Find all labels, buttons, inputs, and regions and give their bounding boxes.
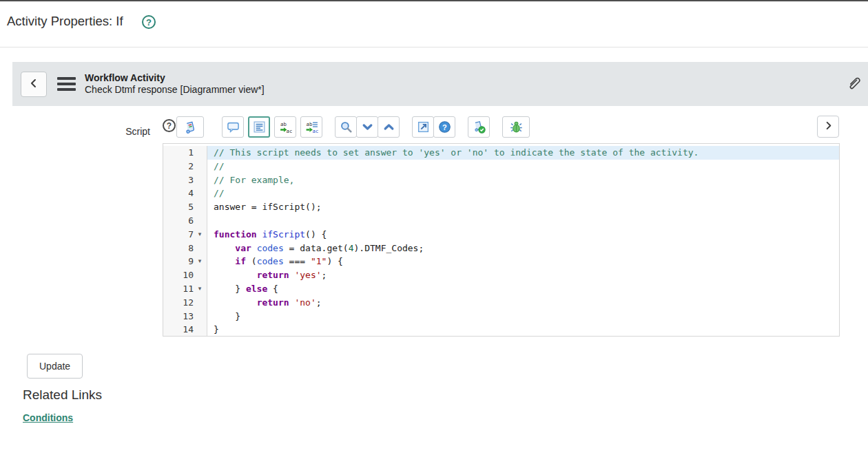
record-context-bar: Workflow Activity Check Dtmf response [D… <box>12 62 868 106</box>
code-text: function ifScript() { <box>207 228 839 242</box>
line-number: 1 <box>163 146 194 160</box>
toolbar-group <box>176 116 204 138</box>
line-gutter: 2 <box>163 160 207 173</box>
toolbar-group <box>502 116 530 138</box>
back-chevron-icon <box>28 78 39 91</box>
back-button[interactable] <box>21 72 47 97</box>
line-number: 10 <box>163 268 194 282</box>
code-line: 7▾function ifScript() { <box>163 228 839 242</box>
code-text: var codes = data.get(4).DTMF_Codes; <box>207 242 839 255</box>
line-number: 9 <box>163 255 194 268</box>
line-number: 3 <box>163 173 194 187</box>
line-gutter: 6 <box>163 214 207 228</box>
code-text: return 'no'; <box>207 296 839 310</box>
script-color-icon <box>184 120 197 134</box>
code-line: 6 <box>163 214 839 228</box>
line-gutter: 3 <box>163 173 207 187</box>
line-number: 6 <box>163 214 194 228</box>
code-line: 14} <box>163 323 839 337</box>
replace-icon: abac <box>279 120 292 134</box>
line-gutter: 1 <box>163 146 207 160</box>
line-gutter: 5 <box>163 200 207 214</box>
line-gutter: 8 <box>163 242 207 255</box>
pop-out-icon <box>417 120 430 134</box>
activity-properties-page: Activity Properties: If ? Workflow Activ… <box>0 0 868 468</box>
debug-button[interactable] <box>502 116 530 138</box>
hamburger-menu-icon[interactable] <box>57 77 76 91</box>
code-line: 1// This script needs to set answer to '… <box>163 146 839 160</box>
find-previous-button[interactable] <box>378 116 400 138</box>
line-gutter: 13 <box>163 310 207 323</box>
code-text: // <box>207 160 839 173</box>
line-gutter: 11▾ <box>163 282 207 296</box>
toolbar-expand-button[interactable] <box>817 116 839 138</box>
attachments-button[interactable] <box>845 73 862 96</box>
line-number: 7 <box>163 228 194 242</box>
svg-text:ab: ab <box>306 120 312 127</box>
line-gutter: 14 <box>163 323 207 337</box>
svg-text:ac: ac <box>312 127 318 133</box>
line-number: 14 <box>163 323 194 337</box>
update-button[interactable]: Update <box>27 354 83 379</box>
toggle-comment-button[interactable] <box>222 116 244 138</box>
line-gutter: 12 <box>163 296 207 310</box>
code-text: } else { <box>207 282 839 296</box>
pop-out-editor-button[interactable] <box>412 116 434 138</box>
code-text: answer = ifScript(); <box>207 200 839 214</box>
find-next-button[interactable] <box>356 116 378 138</box>
script-editor-toolbar: abacabac? <box>176 116 542 138</box>
svg-text:ab: ab <box>280 120 287 127</box>
search-button[interactable] <box>335 116 357 138</box>
record-type: Workflow Activity <box>85 72 265 84</box>
replace-all-button[interactable]: abac <box>300 116 322 138</box>
chevron-down-icon <box>361 120 374 134</box>
toolbar-group: abacabac <box>222 116 322 138</box>
code-text <box>207 214 839 228</box>
line-number: 8 <box>163 242 194 255</box>
toolbar-group <box>335 116 400 138</box>
editor-help-button[interactable]: ? <box>433 116 455 138</box>
code-line: 2// <box>163 160 839 173</box>
code-line: 13 } <box>163 310 839 323</box>
code-line: 3// For example, <box>163 173 839 187</box>
script-code-editor[interactable]: 1// This script needs to set answer to '… <box>163 143 840 337</box>
replace-button[interactable]: abac <box>274 116 296 138</box>
bug-icon <box>510 120 523 134</box>
toolbar-group: ? <box>412 116 455 138</box>
related-link-conditions[interactable]: Conditions <box>23 412 73 423</box>
header-divider <box>0 47 868 47</box>
code-text: return 'yes'; <box>207 268 839 282</box>
record-name: Check Dtmf response [Diagrammer view*] <box>85 84 265 96</box>
syntax-check-button[interactable] <box>468 116 490 138</box>
line-gutter: 10 <box>163 268 207 282</box>
format-code-button[interactable] <box>248 116 270 138</box>
fold-toggle-icon[interactable]: ▾ <box>194 255 206 268</box>
help-filled-icon: ? <box>438 120 451 134</box>
comment-icon <box>227 120 240 134</box>
script-preview-button[interactable] <box>176 116 204 138</box>
line-gutter: 9▾ <box>163 255 207 268</box>
code-text: } <box>207 323 839 337</box>
fold-toggle-icon[interactable]: ▾ <box>194 228 206 242</box>
script-help-icon[interactable]: ? <box>163 119 176 132</box>
chevron-right-icon <box>823 120 834 133</box>
code-line: 8 var codes = data.get(4).DTMF_Codes; <box>163 242 839 255</box>
line-gutter: 4 <box>163 187 207 200</box>
fold-toggle-icon[interactable]: ▾ <box>194 282 206 296</box>
line-number: 13 <box>163 310 194 323</box>
svg-text:?: ? <box>442 123 447 131</box>
line-number: 12 <box>163 296 194 310</box>
code-line: 9▾ if (codes === "1") { <box>163 255 839 268</box>
code-line: 5answer = ifScript(); <box>163 200 839 214</box>
record-titles: Workflow Activity Check Dtmf response [D… <box>85 72 265 96</box>
page-help-icon[interactable]: ? <box>142 15 156 29</box>
line-number: 5 <box>163 200 194 214</box>
code-text: } <box>207 310 839 323</box>
related-links-title: Related Links <box>23 387 102 403</box>
line-number: 2 <box>163 160 194 173</box>
svg-text:ac: ac <box>286 127 291 133</box>
script-check-icon <box>473 120 486 134</box>
code-line: 4// <box>163 187 839 200</box>
page-title: Activity Properties: If <box>7 14 123 29</box>
code-text: if (codes === "1") { <box>207 255 839 268</box>
